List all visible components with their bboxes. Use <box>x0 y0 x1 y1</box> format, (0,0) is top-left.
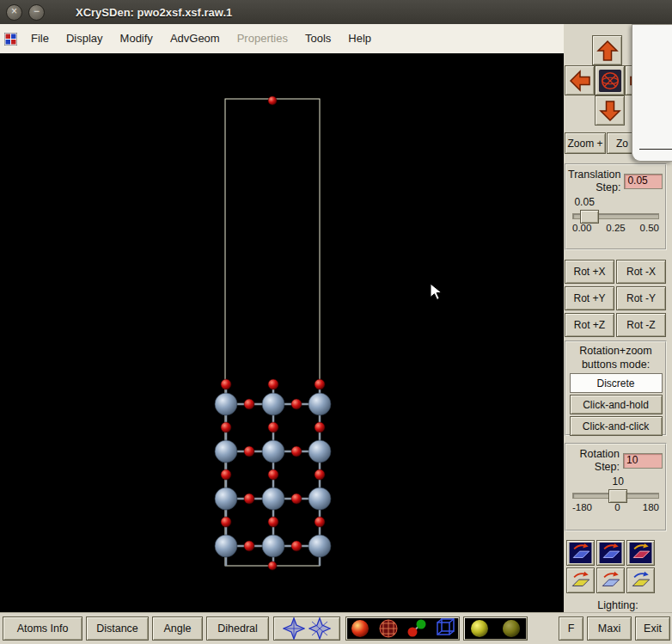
rotation-scale: 10 -180 0 180 <box>572 475 659 517</box>
rot-minus-y-button[interactable]: Rot -Y <box>616 286 666 310</box>
translation-step-entry[interactable]: 0.05 <box>624 174 663 189</box>
menu-advgeom[interactable]: AdvGeom <box>162 24 229 53</box>
wigner-seitz-icon <box>283 617 305 640</box>
rotation-step-frame: Rotation Step: 10 10 -180 0 180 <box>565 443 667 531</box>
close-button[interactable]: × <box>6 4 22 21</box>
rotate-plane-light-icon <box>569 570 592 591</box>
mode-click-and-click-button[interactable]: Click-and-click <box>570 416 663 436</box>
bottom-toolbar: Atoms Info Distance Angle Dihedral <box>0 612 672 644</box>
wireframe-sphere-mode-icon[interactable] <box>376 616 400 641</box>
translation-slider[interactable] <box>572 213 659 219</box>
mode-discrete-button[interactable]: Discrete <box>570 373 663 393</box>
menu-file[interactable]: File <box>22 24 58 53</box>
dihedral-button[interactable]: Dihedral <box>206 616 269 641</box>
rotation-scale-ticks: -180 0 180 <box>572 502 659 512</box>
rotation-step-label: Rotation Step: <box>579 448 620 474</box>
stick-mode-icon[interactable] <box>433 616 457 641</box>
pan-up-button[interactable] <box>592 35 622 65</box>
rotation-step-entry[interactable]: 10 <box>623 453 663 469</box>
mode-click-and-hold-button[interactable]: Click-and-hold <box>570 395 663 414</box>
spacefill-mode-icon[interactable] <box>348 616 372 641</box>
translation-slider-handle[interactable] <box>580 210 599 224</box>
rotate-plane-xy-button[interactable] <box>566 540 595 566</box>
translation-scale-ticks: 0.00 0.25 0.50 <box>572 223 659 233</box>
rotate-plane-xz-button[interactable] <box>596 540 625 566</box>
minimize-button[interactable]: − <box>28 4 45 21</box>
atoms-info-button[interactable]: Atoms Info <box>3 616 82 641</box>
rotation-slider-handle[interactable] <box>608 489 627 503</box>
window-title: XCrySDen: pwo2xsf.xsf.raw.1 <box>76 6 232 19</box>
pan-left-button[interactable] <box>565 65 595 95</box>
display-mode-buttons[interactable] <box>345 616 460 641</box>
distance-button[interactable]: Distance <box>86 616 149 641</box>
buttons-mode-frame: Rotation+zoom buttons mode: Discrete Cli… <box>565 340 667 436</box>
crystal-cell-display-button[interactable] <box>273 616 340 641</box>
reset-orientation-button[interactable] <box>595 65 625 95</box>
arrow-left-icon <box>569 70 591 92</box>
rotate-plane-light-icon <box>629 570 652 591</box>
render-canvas[interactable] <box>0 53 564 612</box>
menu-display[interactable]: Display <box>58 24 112 53</box>
rotate-plane-bc-button[interactable] <box>626 567 655 593</box>
rotate-plane-light-icon <box>599 570 622 591</box>
rot-plus-x-button[interactable]: Rot +X <box>565 260 614 284</box>
translation-step-frame: Translation Step: 0.05 0.05 0.00 0.25 0.… <box>565 163 667 250</box>
arrow-down-icon <box>599 100 621 122</box>
menu-modify[interactable]: Modify <box>112 24 162 53</box>
rot-minus-x-button[interactable]: Rot -X <box>616 260 666 284</box>
rotate-plane-yz-button[interactable] <box>626 540 655 566</box>
rot-plus-z-button[interactable]: Rot +Z <box>565 313 614 337</box>
menu-help[interactable]: Help <box>339 24 380 53</box>
rotation-slider[interactable] <box>572 493 659 499</box>
menu-bar: File Display Modify AdvGeom Properties T… <box>0 24 564 54</box>
light-on-icon[interactable] <box>467 616 492 641</box>
exit-button[interactable]: Exit <box>635 616 670 641</box>
rotate-plane-ab-button[interactable] <box>566 567 595 593</box>
translation-scale-value: 0.05 <box>574 196 594 208</box>
lighting-toggle-buttons[interactable] <box>463 616 528 641</box>
detached-menu-panel[interactable] <box>632 24 672 162</box>
light-off-icon[interactable] <box>499 616 523 641</box>
rot-minus-z-button[interactable]: Rot -Z <box>616 313 666 337</box>
translation-scale: 0.05 0.00 0.25 0.50 <box>572 196 659 237</box>
zoom-in-button[interactable]: Zoom + <box>565 132 606 154</box>
maximize-button[interactable]: Maxi <box>587 616 632 641</box>
translation-step-label: Translation Step: <box>568 169 620 194</box>
angle-button[interactable]: Angle <box>152 616 203 641</box>
ballstick-mode-icon[interactable] <box>405 616 429 641</box>
rotate-plane-dark-icon <box>599 543 622 563</box>
menu-properties: Properties <box>229 24 296 53</box>
rot-plus-y-button[interactable]: Rot +Y <box>565 286 614 310</box>
app-icon <box>4 33 17 46</box>
buttons-mode-title: Rotation+zoom buttons mode: <box>566 342 665 371</box>
mouse-cursor <box>430 283 443 302</box>
fullscreen-button[interactable]: F <box>559 616 583 641</box>
menu-tools[interactable]: Tools <box>296 24 339 53</box>
brillouin-zone-icon <box>309 617 331 640</box>
rotate-plane-ac-button[interactable] <box>596 567 625 593</box>
wireframe-sphere-icon <box>598 69 622 93</box>
menu-separator <box>639 149 672 150</box>
pan-down-button[interactable] <box>595 95 625 126</box>
arrow-up-icon <box>596 40 619 62</box>
rotate-plane-dark-icon <box>569 543 592 563</box>
rotation-scale-value: 10 <box>613 475 624 488</box>
crystal-structure <box>0 53 564 612</box>
lighting-label: Lighting: <box>564 599 672 611</box>
titlebar[interactable]: × − XCrySDen: pwo2xsf.xsf.raw.1 <box>0 0 672 24</box>
rotate-plane-dark-icon <box>629 543 652 563</box>
xcrysden-window: × − XCrySDen: pwo2xsf.xsf.raw.1 File Dis… <box>0 0 672 644</box>
